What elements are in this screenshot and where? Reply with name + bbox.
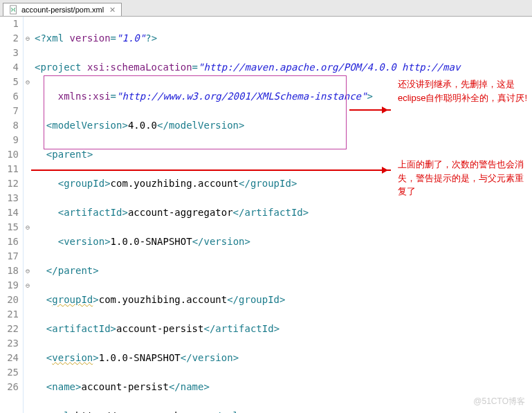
arrow-icon (349, 109, 391, 111)
code-editor[interactable]: 12345 6789 10! 11! 12! 1314151617 181920… (0, 17, 532, 413)
tab-label: account-persist/pom.xml (21, 6, 104, 14)
annotation-text: 还没讲到继承，先删掉，这是eclipse自作聪明补全的，真讨厌! (398, 77, 529, 104)
code-area[interactable]: <?xml version="1.0"?> <project xsi:schem… (32, 17, 532, 413)
file-tab[interactable]: account-persist/pom.xml ✕ (3, 3, 122, 16)
svg-rect-0 (10, 6, 17, 14)
fold-column: ⊖ ⊖ ⊖ ⊖⊖ (24, 17, 32, 413)
arrow-icon (31, 169, 391, 171)
watermark: @51CTO博客 (473, 396, 525, 407)
annotation-text: 上面的删了，次数的警告也会消失，警告提示的是，与父元素重复了 (398, 158, 529, 199)
close-icon[interactable]: ✕ (109, 6, 116, 15)
line-gutter: 12345 6789 10! 11! 12! 1314151617 181920… (0, 17, 24, 413)
xml-file-icon (9, 5, 19, 15)
tab-bar: account-persist/pom.xml ✕ (0, 0, 532, 17)
